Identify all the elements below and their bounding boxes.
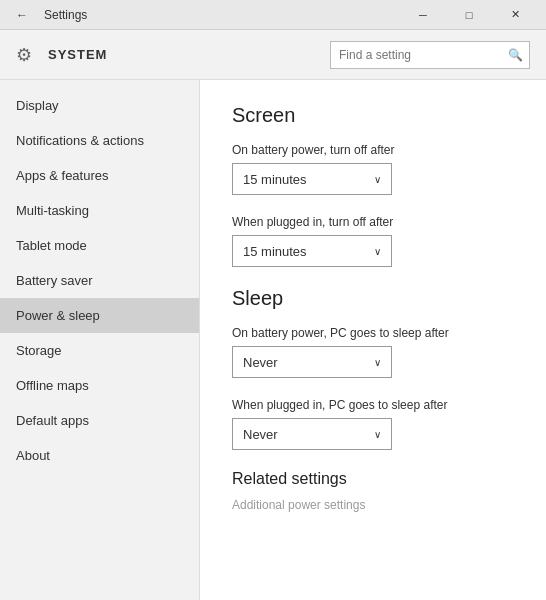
title-bar-title: Settings: [44, 8, 87, 22]
maximize-icon: □: [466, 9, 473, 21]
related-settings-title: Related settings: [232, 470, 514, 488]
sidebar-item-about[interactable]: About: [0, 438, 199, 473]
plugged-sleep-dropdown[interactable]: Never ∨: [232, 418, 392, 450]
sidebar-item-display[interactable]: Display: [0, 88, 199, 123]
title-bar-left: ← Settings: [8, 1, 400, 29]
sidebar-item-offline-maps[interactable]: Offline maps: [0, 368, 199, 403]
search-input[interactable]: [331, 48, 501, 62]
related-settings-section: Related settings Additional power settin…: [232, 470, 514, 512]
battery-sleep-value: Never: [243, 355, 278, 370]
sidebar-item-storage[interactable]: Storage: [0, 333, 199, 368]
sleep-section-title: Sleep: [232, 287, 514, 310]
screen-section: Screen On battery power, turn off after …: [232, 104, 514, 267]
minimize-icon: ─: [419, 9, 427, 21]
plugged-screen-label: When plugged in, turn off after: [232, 215, 514, 229]
sidebar-item-default-apps[interactable]: Default apps: [0, 403, 199, 438]
system-title: SYSTEM: [48, 47, 107, 62]
search-icon: 🔍: [501, 41, 529, 69]
additional-power-settings-link[interactable]: Additional power settings: [232, 498, 365, 512]
battery-sleep-container: On battery power, PC goes to sleep after…: [232, 326, 514, 378]
plugged-screen-arrow: ∨: [374, 246, 381, 257]
back-icon: ←: [16, 8, 28, 22]
maximize-button[interactable]: □: [446, 0, 492, 30]
plugged-sleep-value: Never: [243, 427, 278, 442]
search-box[interactable]: 🔍: [330, 41, 530, 69]
sidebar-item-tablet[interactable]: Tablet mode: [0, 228, 199, 263]
plugged-screen-dropdown[interactable]: 15 minutes ∨: [232, 235, 392, 267]
battery-sleep-dropdown[interactable]: Never ∨: [232, 346, 392, 378]
close-icon: ✕: [511, 8, 520, 21]
sidebar-item-multitasking[interactable]: Multi-tasking: [0, 193, 199, 228]
plugged-sleep-label: When plugged in, PC goes to sleep after: [232, 398, 514, 412]
content-area: Screen On battery power, turn off after …: [200, 80, 546, 600]
sleep-section: Sleep On battery power, PC goes to sleep…: [232, 287, 514, 450]
screen-section-title: Screen: [232, 104, 514, 127]
close-button[interactable]: ✕: [492, 0, 538, 30]
plugged-sleep-container: When plugged in, PC goes to sleep after …: [232, 398, 514, 450]
battery-sleep-label: On battery power, PC goes to sleep after: [232, 326, 514, 340]
sidebar-item-apps[interactable]: Apps & features: [0, 158, 199, 193]
battery-screen-arrow: ∨: [374, 174, 381, 185]
battery-sleep-arrow: ∨: [374, 357, 381, 368]
header-system: ⚙ SYSTEM: [16, 44, 107, 66]
minimize-button[interactable]: ─: [400, 0, 446, 30]
gear-icon: ⚙: [16, 44, 38, 66]
battery-screen-dropdown[interactable]: 15 minutes ∨: [232, 163, 392, 195]
plugged-sleep-arrow: ∨: [374, 429, 381, 440]
plugged-screen-value: 15 minutes: [243, 244, 307, 259]
sidebar-item-power-sleep[interactable]: Power & sleep: [0, 298, 199, 333]
battery-screen-container: On battery power, turn off after 15 minu…: [232, 143, 514, 195]
back-button[interactable]: ←: [8, 1, 36, 29]
header-bar: ⚙ SYSTEM 🔍: [0, 30, 546, 80]
battery-screen-label: On battery power, turn off after: [232, 143, 514, 157]
sidebar: Display Notifications & actions Apps & f…: [0, 80, 200, 600]
sidebar-item-battery[interactable]: Battery saver: [0, 263, 199, 298]
title-bar: ← Settings ─ □ ✕: [0, 0, 546, 30]
title-bar-controls: ─ □ ✕: [400, 0, 538, 30]
plugged-screen-container: When plugged in, turn off after 15 minut…: [232, 215, 514, 267]
sidebar-item-notifications[interactable]: Notifications & actions: [0, 123, 199, 158]
main-layout: Display Notifications & actions Apps & f…: [0, 80, 546, 600]
battery-screen-value: 15 minutes: [243, 172, 307, 187]
